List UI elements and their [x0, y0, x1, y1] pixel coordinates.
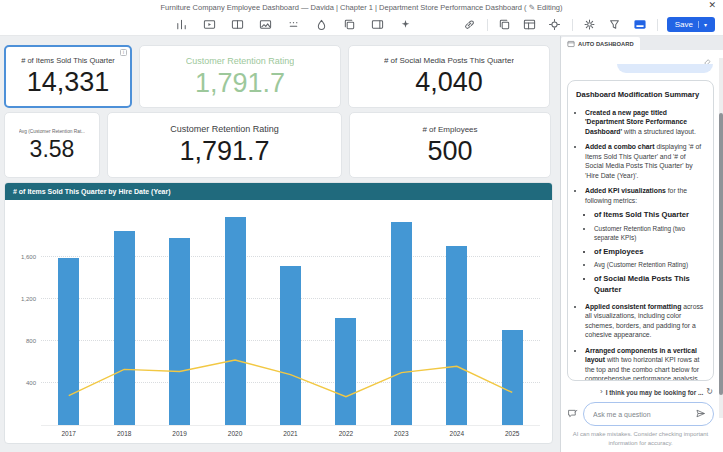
toolbar-divider [657, 19, 658, 31]
user-message-bubble-partial [617, 64, 713, 73]
assistant-summary-card: Dashboard Modification Summary Created a… [567, 80, 714, 381]
kpi-card-avg-retention[interactable]: Avg (Customer Retention Rat... 3.58 [4, 112, 100, 178]
duplicate-icon[interactable] [497, 17, 513, 33]
image-icon[interactable] [257, 17, 273, 33]
details-panel-icon[interactable] [369, 17, 385, 33]
bar-slot [374, 210, 429, 425]
combo-chart-panel[interactable]: # of Items Sold This Quarter by Hire Dat… [4, 182, 553, 444]
y-axis-tick: 1,200 [9, 296, 36, 302]
summary-bullet: Applied consistent formatting across all… [585, 302, 705, 340]
x-axis-tick: 2018 [96, 430, 151, 437]
kpi-value: 14,331 [27, 68, 110, 96]
droplet-icon[interactable] [313, 17, 329, 33]
chart-x-labels: 201720182019202020212022202320242025 [41, 426, 540, 440]
bar[interactable] [58, 258, 79, 425]
split-panel-icon[interactable] [229, 17, 245, 33]
kpi-card-items-sold[interactable]: i # of Items Sold This Quarter 14,331 [4, 45, 132, 108]
bar[interactable] [335, 318, 356, 425]
metric-item: of Social Media Posts This Quarter [594, 274, 705, 295]
suggestion-chip[interactable]: › I think you may be looking for ... ↻ [567, 388, 713, 396]
kpi-row-1: i # of Items Sold This Quarter 14,331 Cu… [4, 45, 553, 108]
table-edit-icon[interactable] [522, 17, 538, 33]
bar-slot [152, 210, 207, 425]
bar[interactable] [391, 222, 412, 425]
link-icon[interactable] [462, 17, 478, 33]
bar[interactable] [502, 330, 523, 425]
kpi-card-retention-rating[interactable]: Customer Retention Rating 1,791.7 [139, 45, 341, 108]
bar[interactable] [169, 238, 190, 425]
titlebar: Furniture Company Employee Dashboard — D… [0, 0, 723, 14]
chevron-right-icon: › [600, 388, 603, 396]
new-chat-icon[interactable] [567, 405, 578, 423]
summary-list: Created a new page titled 'Department St… [576, 108, 705, 382]
close-icon[interactable]: ✕ [708, 1, 716, 10]
toolbar-right-group: Save ▾ [462, 17, 715, 33]
kpi-title: # of Items Sold This Quarter [21, 56, 115, 65]
kpi-title: Customer Retention Rating [170, 124, 279, 134]
y-axis-tick: 400 [9, 380, 36, 386]
app-window: Furniture Company Employee Dashboard — D… [0, 0, 723, 452]
chart-title: # of Items Sold This Quarter by Hire Dat… [5, 183, 552, 200]
metric-sub-list: of Items Sold This Quarter Customer Rete… [585, 210, 705, 295]
bar[interactable] [225, 217, 246, 425]
gear-icon[interactable] [582, 17, 598, 33]
chart-body: 4008001,2001,600 20172018201920202021202… [5, 200, 552, 443]
bar[interactable] [114, 231, 135, 425]
bar[interactable] [280, 266, 301, 425]
x-axis-tick: 2020 [207, 430, 262, 437]
bar-slot [318, 210, 373, 425]
x-axis-tick: 2017 [41, 430, 96, 437]
assistant-body: Dashboard Modification Summary Created a… [561, 50, 723, 452]
bar[interactable] [446, 246, 467, 425]
save-button[interactable]: Save ▾ [667, 17, 715, 32]
y-axis-tick: 1,600 [9, 254, 36, 260]
save-label: Save [675, 20, 693, 29]
kpi-card-social-posts[interactable]: # of Social Media Posts This Quarter 4,0… [348, 45, 550, 108]
crosshair-icon[interactable] [547, 17, 563, 33]
auto-dashboard-panel: AUTO DASHBOARD Dashboard Modification Su… [560, 36, 723, 452]
bar-slot [207, 210, 262, 425]
y-axis-tick: 800 [9, 338, 36, 344]
visual-card-icon[interactable] [201, 17, 217, 33]
copy-icon[interactable] [341, 17, 357, 33]
scrollbar-thumb[interactable] [719, 113, 723, 395]
x-axis-tick: 2019 [152, 430, 207, 437]
kpi-card-retention-rating-2[interactable]: Customer Retention Rating 1,791.7 [107, 112, 342, 178]
bar-slot [96, 210, 151, 425]
eraser-icon[interactable] [703, 52, 712, 63]
info-icon[interactable]: i [120, 49, 127, 56]
panel-scrollbar[interactable] [719, 58, 723, 418]
chart-plot: 4008001,2001,600 [41, 210, 540, 426]
assistant-panel-toggle-icon[interactable] [632, 17, 648, 33]
toolbar-left-group [173, 17, 413, 33]
kpi-row-2: Avg (Customer Retention Rat... 3.58 Cust… [4, 112, 553, 178]
tab-auto-dashboard[interactable]: AUTO DASHBOARD [561, 37, 640, 50]
kpi-grid-icon[interactable] [285, 17, 301, 33]
summary-bullet: Added KPI visualizations for the followi… [585, 186, 705, 295]
summary-bullet: Added a combo chart displaying '# of Ite… [585, 142, 705, 180]
sparkle-icon[interactable] [397, 17, 413, 33]
toolbar-divider [572, 19, 573, 31]
metric-item: of Employees [594, 247, 705, 258]
ask-input[interactable] [593, 411, 695, 418]
x-axis-tick: 2025 [485, 430, 540, 437]
metric-item: Avg (Customer Retention Rating) [594, 261, 705, 270]
toolbar: Save ▾ [0, 14, 723, 36]
kpi-value: 500 [427, 137, 472, 165]
bar-series [41, 210, 540, 425]
x-axis-tick: 2023 [374, 430, 429, 437]
assistant-tab-strip: AUTO DASHBOARD [561, 36, 723, 50]
chat-toolbar [567, 52, 714, 63]
bar-slot [485, 210, 540, 425]
x-axis-tick: 2021 [263, 430, 318, 437]
summary-heading: Dashboard Modification Summary [576, 90, 705, 101]
bar-slot [429, 210, 484, 425]
save-dropdown-caret[interactable]: ▾ [698, 21, 707, 28]
funnel-icon[interactable] [607, 17, 623, 33]
refresh-icon[interactable]: ↻ [706, 388, 713, 396]
send-icon[interactable] [695, 405, 706, 423]
x-axis-tick: 2024 [429, 430, 484, 437]
kpi-card-employees[interactable]: # of Employees 500 [349, 112, 551, 178]
bar-chart-icon[interactable] [173, 17, 189, 33]
kpi-value: 1,791.7 [195, 69, 285, 97]
